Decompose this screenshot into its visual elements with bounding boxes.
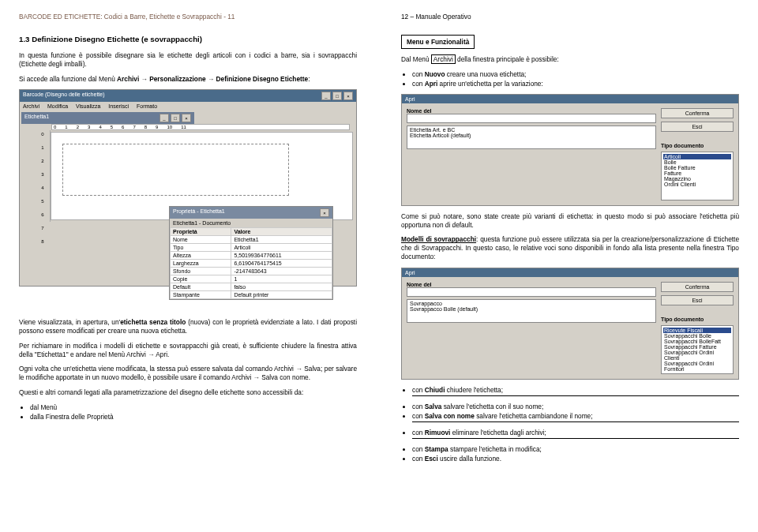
ruler-v: 012345678 [36,130,51,222]
arrow-icon: → [206,75,216,83]
page-header-right: 12 – Manuale Operativo [401,13,739,21]
list-item[interactable]: Sovrappacchi Bolle [663,333,731,339]
list-item[interactable]: Bolle [663,159,731,165]
table-row: Altezza5,50199364776611 [171,252,332,260]
para: Per richiamare in modifica i modelli di … [19,342,357,359]
minimize-icon[interactable]: _ [321,92,331,100]
esci-button[interactable]: Esci [661,122,734,132]
list-item: con Nuovo creare una nuova etichetta; [412,70,739,78]
table-row: Larghezza6,61904764175415 [171,260,332,268]
list-item[interactable]: Ordini Clienti [663,182,731,187]
table-row: StampanteDefault printer [171,291,332,299]
conferma-button[interactable]: Conferma [661,282,734,292]
list-item[interactable]: Sovrappacco [408,301,655,306]
list-item: dalla Finestra delle Proprietà [30,413,357,421]
list-item: con Chiudi chiudere l'etichetta; [412,386,739,394]
list-item: con Salva con nome salvare l'etichetta c… [412,412,739,420]
conferma-button[interactable]: Conferma [661,108,734,118]
list-item[interactable]: Bolle Fatture [663,165,731,170]
screenshot-apri-2: Apri Nome del Sovrappacco Sovrappacco Bo… [401,268,739,380]
list-item[interactable]: Ricevute Fiscali [663,328,731,333]
t: Personalizzazione [149,75,205,83]
tipo-list[interactable]: Articoli Bolle Bolle Fatture Fatture Mag… [661,152,734,200]
para: Modelli di sovrappacchi: questa funzione… [401,235,739,260]
close-icon[interactable]: × [320,208,329,217]
t: Archivi [117,75,139,83]
list-item[interactable]: Etichetta Art. e BC [408,127,655,133]
para-intro: In questa funzione è possibile disegnare… [19,51,357,69]
close-icon[interactable]: × [182,114,191,122]
menu-item[interactable]: Visualizza [76,103,100,109]
esci-button[interactable]: Esci [661,295,734,305]
nome-input[interactable] [407,114,656,123]
inner-window-title: Etichetta1 [24,114,49,122]
list-item[interactable]: Sovrappacchi Ordini Clienti [663,350,731,361]
para: Dal Menù Archivi della finestra principa… [401,55,739,64]
list-item[interactable]: Sovrappacco Bolle (default) [408,306,655,312]
screenshot-apri-1: Apri Nome del Etichetta Art. e BC Etiche… [401,94,739,206]
list-item: con Esci uscire dalla funzione. [412,455,739,463]
list-item[interactable]: Sovrappacchi BolleFatt [663,339,731,344]
prop-title: Proprietà - Etichetta1 [173,208,225,217]
section-title: 1.3 Definizione Disegno Etichette (e sov… [19,35,357,43]
screenshot-design-window: Barcode (Disegno delle etichette) _ □ × … [19,89,357,318]
prop-title-bar: Proprietà - Etichetta1 × [170,207,332,219]
prop-sub: Etichetta1 - Documento [170,219,332,227]
etichetta-area[interactable] [62,144,289,196]
t: Si accede alla funzione dal Menù [19,75,117,83]
field-label: Tipo documento [661,317,734,322]
item-list[interactable]: Sovrappacco Sovrappacco Bolle (default) [407,299,656,323]
para: Ogni volta che un'etichetta viene modifi… [19,365,357,382]
menu-ref: Archivi [431,54,456,64]
menu-item[interactable]: Archivi [23,103,39,109]
table-row: Copie1 [171,275,332,283]
field-label: Tipo documento [661,143,734,148]
list-item[interactable]: Etichetta Articoli (default) [408,133,655,138]
list-item: dal Menù [30,403,357,411]
menu-item[interactable]: Modifica [47,103,68,109]
menu-bar[interactable]: Archivi Modifica Visualizza Inserisci Fo… [20,102,356,111]
para: Questi e altri comandi legati alla param… [19,388,357,397]
item-list[interactable]: Etichetta Art. e BC Etichetta Articoli (… [407,126,656,149]
list-item[interactable]: Magazzino [663,176,731,182]
close-icon[interactable]: × [343,92,353,100]
window-title: Barcode (Disegno delle etichette) [23,92,105,100]
menu-item[interactable]: Inserisci [108,103,129,109]
para: Come si può notare, sono state create pi… [401,212,739,230]
t: Definizione Disegno Etichette [216,75,309,83]
properties-window: Proprietà - Etichetta1 × Etichetta1 - Do… [169,206,333,300]
table-row: TipoArticoli [171,244,332,252]
list-item[interactable]: Articoli [663,154,731,159]
title-bar: Barcode (Disegno delle etichette) _ □ × [20,90,356,102]
maximize-icon[interactable]: □ [332,92,342,100]
title-bar: Apri [402,268,738,277]
list-item: con Apri aprire un'etichetta per la vari… [412,80,739,88]
list-item[interactable]: Sovrappacchi Ordini Fornitori [663,361,731,372]
tipo-list[interactable]: Ricevute Fiscali Sovrappacchi Bolle Sovr… [661,325,734,374]
ruler-h: 01234567891011 [51,124,350,130]
prop-table: ProprietàValore NomeEtichetta1 TipoArtic… [170,227,332,299]
para-path: Si accede alla funzione dal Menù Archivi… [19,75,357,84]
field-label: Nome del [407,282,656,287]
menu-item[interactable]: Formato [137,103,157,109]
field-label: Nome del [407,108,656,114]
nome-input[interactable] [407,287,656,297]
table-row: NomeEtichetta1 [171,236,332,244]
minimize-icon[interactable]: _ [159,114,169,122]
section-box: Menu e Funzionalità [401,35,475,49]
arrow-icon: → [139,75,149,83]
title-bar: Apri [402,95,738,103]
list-item: con Stampa stampare l'etichetta in modif… [412,445,739,453]
para: Viene visualizzata, in apertura, un'etic… [19,318,357,335]
page-header-left: BARCODE ED ETICHETTE: Codici a Barre, Et… [19,13,357,21]
t: : [308,75,310,83]
list-item: con Salva salvare l'etichetta con il suo… [412,403,739,410]
list-item[interactable]: Fatture [663,170,731,176]
list-item[interactable]: Sovrappacchi Fatture [663,344,731,350]
list-item: con Rimuovi eliminare l'etichetta dagli … [412,429,739,436]
table-row: Sfondo-2147483643 [171,268,332,275]
maximize-icon[interactable]: □ [171,114,180,122]
table-row: Defaultfalso [171,283,332,291]
inner-title-bar: Etichetta1 _ □ × [21,112,194,124]
